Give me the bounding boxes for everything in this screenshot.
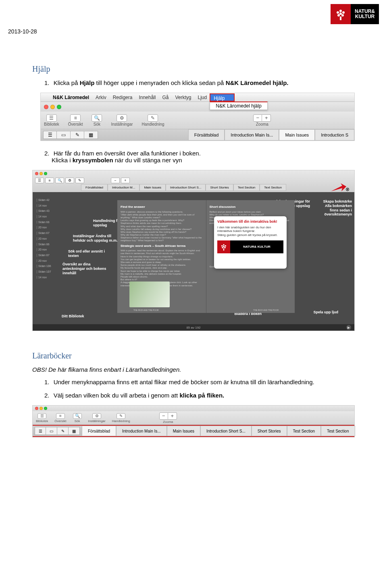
tab[interactable]: Main Issues xyxy=(139,184,166,191)
brand-text: NATUR& KULTUR xyxy=(230,240,283,253)
tab-forsattsblad[interactable]: Försättsblad xyxy=(188,129,225,141)
tab-intro-main[interactable]: Introduction Main Is... xyxy=(225,129,279,141)
tb-installningar[interactable]: ⚙Inställningar xyxy=(111,114,133,126)
tb-bibliotek[interactable]: ☰ xyxy=(35,178,44,183)
menu-redigera[interactable]: Redigera xyxy=(110,95,136,100)
minimize-window-icon[interactable] xyxy=(40,407,43,410)
menu-ga[interactable]: Gå xyxy=(159,95,172,100)
tab[interactable]: Short Stories xyxy=(206,184,233,191)
svg-rect-0 xyxy=(340,17,341,20)
play-audio-button[interactable]: ▶ xyxy=(346,325,351,330)
zoom-out-button[interactable]: − xyxy=(253,114,262,122)
menu-innehall[interactable]: Innehåll xyxy=(135,95,159,100)
svg-point-14 xyxy=(223,246,225,247)
tree-icon xyxy=(217,240,230,253)
book-page-right: Short discussion Reflect and jot down yo… xyxy=(206,200,295,313)
tb-installningar[interactable]: ⚙Inställningar xyxy=(88,413,106,423)
menu-arkiv[interactable]: Arkiv xyxy=(92,95,110,100)
gear-icon: ⚙ xyxy=(117,114,127,122)
tb-bibliotek[interactable]: ☰Bibliotek xyxy=(36,413,48,423)
tb-handledning[interactable]: ✎ xyxy=(75,178,84,183)
close-window-icon[interactable] xyxy=(35,407,38,410)
zoom-out-button[interactable]: − xyxy=(111,178,120,183)
search-icon: 🔍 xyxy=(92,114,102,122)
view-grid-icon[interactable]: ▦ xyxy=(84,131,98,139)
svg-point-2 xyxy=(339,10,342,12)
zoom-in-button[interactable]: + xyxy=(168,412,177,420)
minimize-window-icon[interactable] xyxy=(50,105,55,109)
zoom-window-icon[interactable] xyxy=(44,172,47,175)
brand-logo: NATUR& KULTUR xyxy=(331,4,379,24)
svg-point-5 xyxy=(337,14,340,17)
tab[interactable]: Introduction M... xyxy=(108,184,139,191)
section-title-hjalp: Hjälp xyxy=(32,64,355,74)
svg-point-6 xyxy=(341,14,344,17)
tab[interactable]: Text Section xyxy=(260,184,286,191)
book-tab-test-1[interactable]: Test Section xyxy=(287,426,321,436)
minimize-window-icon[interactable] xyxy=(40,172,43,175)
screenshot-menubar: N&K Läromedel Arkiv Redigera Innehåll Gå… xyxy=(40,93,355,141)
callout-oversikt: Översikt av dina anteckningar och bokens… xyxy=(62,262,111,275)
window-chrome xyxy=(33,406,354,411)
welcome-popup: Välkommen till din interaktiva bok! I de… xyxy=(214,216,287,269)
menu-hjalp-item[interactable]: N&K Läromedel hjälp xyxy=(210,101,267,110)
svg-point-7 xyxy=(339,12,342,15)
zoom-in-button[interactable]: + xyxy=(262,114,271,122)
screenshot-book-tabs: ☰Bibliotek ≡Översikt 🔍Sök ⚙Inställningar… xyxy=(32,405,355,437)
zoom-in-button[interactable]: + xyxy=(121,178,130,183)
menu-hjalp[interactable]: Hjälp xyxy=(210,93,234,101)
view-list-icon[interactable]: ☰ xyxy=(43,131,57,139)
page-footer-bar: 85 av 192 ▶ xyxy=(33,324,354,331)
close-window-icon[interactable] xyxy=(44,105,48,109)
book-tab-test-2[interactable]: Test Section xyxy=(321,426,355,436)
toolbar: ☰Bibliotek ≡Översikt 🔍Sök ⚙Inställningar… xyxy=(41,112,354,129)
book-tab-main-issues[interactable]: Main Issues xyxy=(167,426,200,436)
close-window-icon[interactable] xyxy=(35,172,38,175)
view-list-icon[interactable]: ☰ xyxy=(35,427,46,435)
tabbar: ☰ ▭ ✎ ▦ Försättsblad Introduction Main I… xyxy=(41,129,354,141)
tb-bibliotek[interactable]: ☰Bibliotek xyxy=(44,114,59,126)
view-grid-icon[interactable]: ▦ xyxy=(69,427,80,435)
overview-icon: ≡ xyxy=(56,413,65,419)
tb-oversikt[interactable]: ≡Översikt xyxy=(68,114,83,126)
book-tab-intro-short[interactable]: Introduction Short S... xyxy=(200,426,252,436)
guide-icon: ✎ xyxy=(148,114,158,122)
search-icon: 🔍 xyxy=(73,413,82,419)
book-tab-short-stories[interactable]: Short Stories xyxy=(252,426,287,436)
tb-sok[interactable]: 🔍Sök xyxy=(73,413,82,423)
zoom-out-button[interactable]: − xyxy=(159,412,168,420)
close-guide-button[interactable]: ⊗ xyxy=(345,186,352,193)
svg-point-4 xyxy=(342,11,345,14)
tab[interactable]: Text Section xyxy=(233,184,260,191)
tab-intro-s[interactable]: Introduction S xyxy=(315,129,354,141)
menu-verktyg[interactable]: Verktyg xyxy=(172,95,194,100)
tb-oversikt[interactable]: ≡ xyxy=(45,178,54,183)
view-page-icon[interactable]: ▭ xyxy=(46,427,57,435)
hjalp-step-1: 1. Klicka på Hjälp till höger uppe i men… xyxy=(44,79,355,86)
tb-sok[interactable]: 🔍Sök xyxy=(92,114,102,126)
zoom-window-icon[interactable] xyxy=(57,105,61,109)
tb-sok[interactable]: 🔍 xyxy=(55,178,64,183)
toolbar: ☰Bibliotek ≡Översikt 🔍Sök ⚙Inställningar… xyxy=(33,411,354,425)
book-spread: Find the answer With a partner, discuss … xyxy=(117,200,295,313)
shot2-toolbar: ☰ ≡ 🔍 ⚙ ✎ − + Försättsblad Introduction … xyxy=(33,170,354,192)
callout-installningar: Inställningar Ändra till helskär och upp… xyxy=(73,234,121,243)
tab[interactable]: Försättsblad xyxy=(81,184,108,191)
tb-handledning[interactable]: ✎Handledning xyxy=(112,413,130,423)
view-edit-icon[interactable]: ✎ xyxy=(71,131,84,139)
zoom-window-icon[interactable] xyxy=(44,407,47,410)
tb-oversikt[interactable]: ≡Översikt xyxy=(54,413,66,423)
view-page-icon[interactable]: ▭ xyxy=(57,131,71,139)
svg-rect-8 xyxy=(223,248,224,251)
step-num: 1. xyxy=(44,79,50,86)
tb-installningar[interactable]: ⚙ xyxy=(65,178,74,183)
app-name[interactable]: N&K Läromedel xyxy=(50,95,92,100)
tab-main-issues[interactable]: Main Issues xyxy=(279,129,315,141)
menu-ljud[interactable]: Ljud xyxy=(195,95,210,100)
page-number: 85 av 192 xyxy=(186,326,200,329)
view-edit-icon[interactable]: ✎ xyxy=(57,427,69,435)
book-tab-forsattsblad[interactable]: Försättsblad xyxy=(82,426,116,436)
tb-handledning[interactable]: ✎Handledning xyxy=(141,114,164,126)
tab[interactable]: Introduction Short S... xyxy=(166,184,206,191)
book-tab-intro-main[interactable]: Introduction Main Is... xyxy=(116,426,167,436)
